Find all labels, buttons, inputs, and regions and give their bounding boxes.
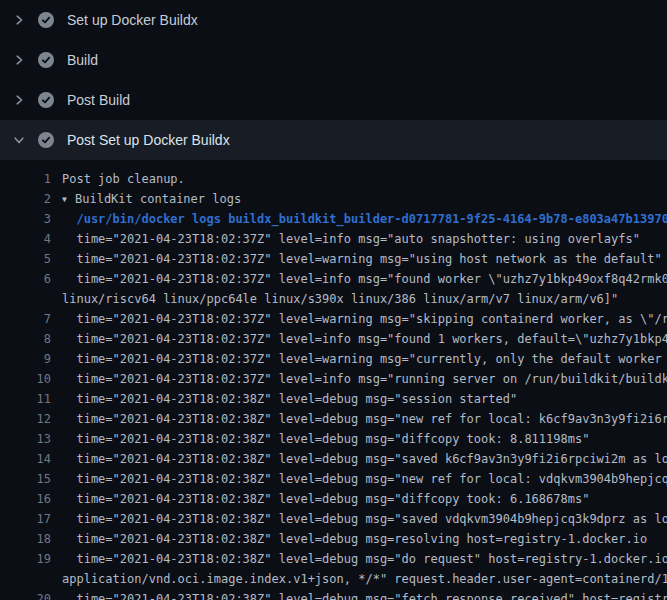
log-line: 2▼BuildKit container logs [0, 189, 667, 209]
step-row-build[interactable]: Build [0, 40, 667, 80]
log-line-number[interactable]: 18 [0, 529, 51, 549]
triangle-down-icon[interactable]: ▼ [62, 190, 75, 210]
log-line: 3 /usr/bin/docker logs buildx_buildkit_b… [0, 209, 667, 229]
check-circle-icon [38, 92, 54, 108]
chevron-right-icon[interactable] [13, 14, 25, 26]
log-line-text: time="2021-04-23T18:02:37Z" level=info m… [62, 329, 667, 349]
chevron-right-icon[interactable] [13, 54, 25, 66]
log-line-text: time="2021-04-23T18:02:38Z" level=debug … [62, 589, 667, 600]
log-line-number[interactable]: 7 [0, 309, 51, 329]
log-line-number[interactable]: 16 [0, 489, 51, 509]
step-title: Set up Docker Buildx [67, 12, 198, 28]
log-line-text: time="2021-04-23T18:02:37Z" level=info m… [62, 269, 667, 289]
log-line-number[interactable]: 11 [0, 389, 51, 409]
check-circle-icon [38, 52, 54, 68]
log-line-number[interactable]: 2 [0, 189, 51, 209]
log-line-text: linux/riscv64 linux/ppc64le linux/s390x … [62, 289, 618, 309]
log-line-number[interactable]: 6 [0, 269, 51, 289]
log-line-text: time="2021-04-23T18:02:38Z" level=debug … [62, 489, 589, 509]
log-line-continuation: application/vnd.oci.image.index.v1+json,… [0, 569, 667, 589]
log-line-number[interactable]: 15 [0, 469, 51, 489]
log-line-text: application/vnd.oci.image.index.v1+json,… [62, 569, 667, 589]
log-line-number[interactable]: 9 [0, 349, 51, 369]
log-command-text: /usr/bin/docker logs buildx_buildkit_bui… [62, 209, 667, 229]
log-line: 14 time="2021-04-23T18:02:38Z" level=deb… [0, 449, 667, 469]
log-line: 11 time="2021-04-23T18:02:38Z" level=deb… [0, 389, 667, 409]
log-line-text: time="2021-04-23T18:02:37Z" level=warnin… [62, 249, 662, 269]
log-line-text: time="2021-04-23T18:02:37Z" level=info m… [62, 229, 640, 249]
log-line: 6 time="2021-04-23T18:02:37Z" level=info… [0, 269, 667, 289]
chevron-right-icon[interactable] [13, 94, 25, 106]
log-line-text: time="2021-04-23T18:02:37Z" level=warnin… [62, 349, 667, 369]
log-line: 1Post job cleanup. [0, 169, 667, 189]
log-line-text: time="2021-04-23T18:02:38Z" level=debug … [62, 429, 589, 449]
step-title: Post Set up Docker Buildx [67, 132, 230, 148]
log-line: 18 time="2021-04-23T18:02:38Z" level=deb… [0, 529, 667, 549]
log-line-text: time="2021-04-23T18:02:37Z" level=info m… [62, 369, 667, 389]
log-line-number[interactable]: 10 [0, 369, 51, 389]
log-line-number[interactable]: 20 [0, 589, 51, 600]
log-line-number[interactable]: 14 [0, 449, 51, 469]
log-line-number[interactable]: 4 [0, 229, 51, 249]
log-line: 5 time="2021-04-23T18:02:37Z" level=warn… [0, 249, 667, 269]
log-line: 19 time="2021-04-23T18:02:38Z" level=deb… [0, 549, 667, 569]
step-row-post-set-up-docker-buildx[interactable]: Post Set up Docker Buildx [0, 120, 667, 160]
step-title: Post Build [67, 92, 130, 108]
log-line-number [0, 569, 51, 589]
chevron-down-icon[interactable] [13, 134, 25, 146]
log-line-number [0, 289, 51, 309]
log-line: 16 time="2021-04-23T18:02:38Z" level=deb… [0, 489, 667, 509]
log-line-text: ▼BuildKit container logs [62, 189, 241, 209]
log-line-text: time="2021-04-23T18:02:38Z" level=debug … [62, 389, 517, 409]
log-line-number[interactable]: 1 [0, 169, 51, 189]
log-line-continuation: linux/riscv64 linux/ppc64le linux/s390x … [0, 289, 667, 309]
log-line-text: Post job cleanup. [62, 169, 185, 189]
log-container: 1Post job cleanup.2▼BuildKit container l… [0, 160, 667, 600]
check-circle-icon [38, 132, 54, 148]
actions-log-panel: Set up Docker BuildxBuildPost BuildPost … [0, 0, 667, 600]
log-line: 12 time="2021-04-23T18:02:38Z" level=deb… [0, 409, 667, 429]
log-line-number[interactable]: 13 [0, 429, 51, 449]
step-row-set-up-docker-buildx[interactable]: Set up Docker Buildx [0, 0, 667, 40]
log-line: 20 time="2021-04-23T18:02:38Z" level=deb… [0, 589, 667, 600]
log-line: 9 time="2021-04-23T18:02:37Z" level=warn… [0, 349, 667, 369]
log-line-text: time="2021-04-23T18:02:38Z" level=debug … [62, 469, 667, 489]
log-line: 15 time="2021-04-23T18:02:38Z" level=deb… [0, 469, 667, 489]
log-line-number[interactable]: 3 [0, 209, 51, 229]
log-line: 7 time="2021-04-23T18:02:37Z" level=warn… [0, 309, 667, 329]
steps-list: Set up Docker BuildxBuildPost BuildPost … [0, 0, 667, 160]
log-line-text: time="2021-04-23T18:02:38Z" level=debug … [62, 509, 667, 529]
log-line: 4 time="2021-04-23T18:02:37Z" level=info… [0, 229, 667, 249]
step-title: Build [67, 52, 98, 68]
log-line-text: time="2021-04-23T18:02:37Z" level=warnin… [62, 309, 667, 329]
log-line-number[interactable]: 17 [0, 509, 51, 529]
log-line: 17 time="2021-04-23T18:02:38Z" level=deb… [0, 509, 667, 529]
log-line: 13 time="2021-04-23T18:02:38Z" level=deb… [0, 429, 667, 449]
log-line-text: time="2021-04-23T18:02:38Z" level=debug … [62, 529, 647, 549]
check-circle-icon [38, 12, 54, 28]
log-line-text: time="2021-04-23T18:02:38Z" level=debug … [62, 409, 667, 429]
log-line-number[interactable]: 8 [0, 329, 51, 349]
log-line-number[interactable]: 5 [0, 249, 51, 269]
log-line: 8 time="2021-04-23T18:02:37Z" level=info… [0, 329, 667, 349]
log-line-text: time="2021-04-23T18:02:38Z" level=debug … [62, 549, 667, 569]
step-row-post-build[interactable]: Post Build [0, 80, 667, 120]
log-line-text: time="2021-04-23T18:02:38Z" level=debug … [62, 449, 667, 469]
log-line-number[interactable]: 19 [0, 549, 51, 569]
log-line: 10 time="2021-04-23T18:02:37Z" level=inf… [0, 369, 667, 389]
log-line-number[interactable]: 12 [0, 409, 51, 429]
